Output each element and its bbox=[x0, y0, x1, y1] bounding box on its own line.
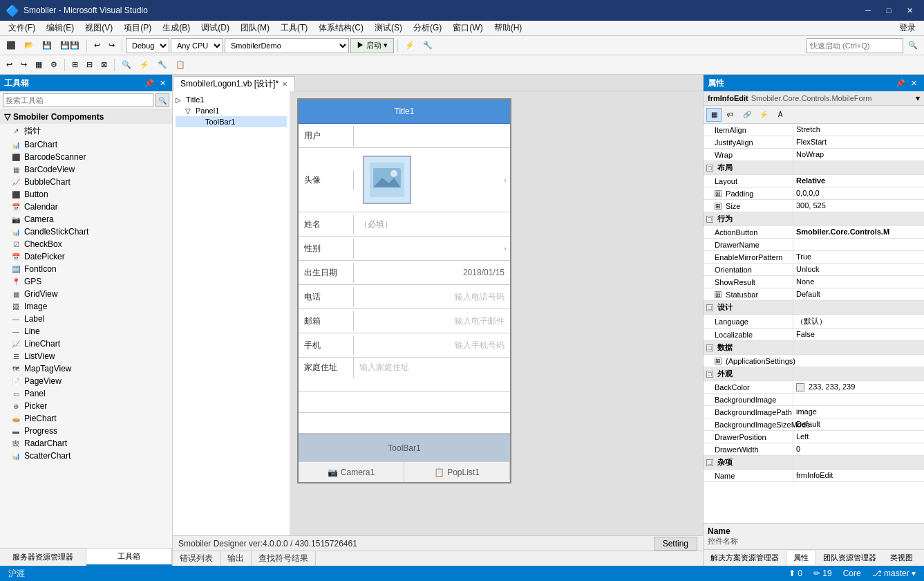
props-val-orientation[interactable]: Unlock bbox=[793, 264, 924, 275]
save-btn[interactable]: 💾 bbox=[39, 38, 55, 53]
props-close-btn[interactable]: ✕ bbox=[908, 79, 920, 88]
props-btn-categorized[interactable]: ▦ bbox=[706, 108, 722, 122]
props-val-justifyalign[interactable]: FlexStart bbox=[793, 136, 924, 148]
props-object-dropdown-btn[interactable]: ▾ bbox=[916, 93, 920, 103]
padding-expand[interactable]: ⊞ bbox=[715, 190, 722, 197]
editor-tab-close-btn[interactable]: ✕ bbox=[282, 80, 287, 88]
maximize-button[interactable]: □ bbox=[880, 3, 898, 17]
design-canvas[interactable]: Title1 用户 头像 bbox=[290, 91, 703, 535]
tb2-align1[interactable]: ⊞ bbox=[68, 57, 82, 73]
props-cat-misc[interactable]: □ 杂项 bbox=[704, 456, 924, 470]
toolbox-search-input[interactable] bbox=[3, 93, 153, 107]
tb2-btn3[interactable]: ▦ bbox=[32, 57, 46, 73]
toolbox-item-image[interactable]: 🖼 Image bbox=[0, 300, 172, 313]
quick-launch-input[interactable] bbox=[807, 38, 903, 53]
props-val-language[interactable]: （默认） bbox=[793, 315, 924, 328]
props-val-actionbutton[interactable]: Smobiler.Core.Controls.M bbox=[793, 226, 924, 238]
toolbox-item-calendar[interactable]: 📅 Calendar bbox=[0, 201, 172, 213]
props-cat-appearance[interactable]: □ 外观 bbox=[704, 367, 924, 381]
new-project-btn[interactable]: ⬛ bbox=[3, 38, 19, 53]
status-edits[interactable]: ✏ 19 bbox=[811, 569, 835, 578]
tb2-more2[interactable]: ⚡ bbox=[136, 57, 153, 73]
props-val-backcolor[interactable]: 233, 233, 239 bbox=[793, 381, 924, 393]
minimize-button[interactable]: ─ bbox=[859, 3, 877, 17]
toolbox-item-label[interactable]: — Label bbox=[0, 313, 172, 325]
props-btn-events[interactable]: ⚡ bbox=[756, 108, 771, 122]
toolbox-item-gridview[interactable]: ▦ GridView bbox=[0, 288, 172, 300]
cat-misc-expand[interactable]: □ bbox=[706, 459, 713, 466]
toolbox-item-barchart[interactable]: 📊 BarChart bbox=[0, 138, 172, 151]
menu-analyze[interactable]: 分析(G) bbox=[408, 21, 447, 35]
props-val-localizable[interactable]: False bbox=[793, 329, 924, 340]
toolbox-item-checkbox[interactable]: ☑ CheckBox bbox=[0, 238, 172, 250]
props-val-size[interactable]: 300, 525 bbox=[793, 200, 924, 212]
tb2-align2[interactable]: ⊟ bbox=[83, 57, 96, 73]
props-val-drawerpos[interactable]: Left bbox=[793, 431, 924, 443]
toolbox-search-button[interactable]: 🔍 bbox=[155, 93, 169, 107]
toolbox-section-smobiler[interactable]: ▽ Smobiler Compoments bbox=[0, 110, 172, 124]
toolbox-item-radarchart[interactable]: 🕸 RadarChart bbox=[0, 437, 172, 450]
props-cat-design[interactable]: □ 设计 bbox=[704, 301, 924, 315]
project-dropdown[interactable]: SmobilerDemo bbox=[225, 38, 349, 53]
tb2-more1[interactable]: 🔍 bbox=[118, 57, 135, 73]
toolbox-item-barcodeview[interactable]: ▦ BarCodeView bbox=[0, 163, 172, 176]
expand-icon[interactable]: ▷ bbox=[176, 96, 184, 104]
toolbox-item-datepicker[interactable]: 📅 DatePicker bbox=[0, 250, 172, 263]
props-val-itemalign[interactable]: Stretch bbox=[793, 124, 924, 136]
props-val-appsettings[interactable] bbox=[793, 355, 924, 367]
undo-btn[interactable]: ↩ bbox=[91, 38, 104, 53]
toolbox-item-listview[interactable]: ☰ ListView bbox=[0, 350, 172, 362]
tab-findsymbols[interactable]: 查找符号结果 bbox=[252, 551, 316, 566]
tab-errors[interactable]: 错误列表 bbox=[173, 551, 220, 566]
platform-dropdown[interactable]: Any CPU bbox=[171, 38, 223, 53]
toolbox-item-picker[interactable]: ⊕ Picker bbox=[0, 400, 172, 412]
toolbox-item-pageview[interactable]: 📄 PageView bbox=[0, 375, 172, 387]
menu-file[interactable]: 文件(F) bbox=[3, 21, 41, 35]
toolbar-more-btn[interactable]: ⚡ bbox=[402, 38, 418, 53]
props-val-drawerwidth[interactable]: 0 bbox=[793, 443, 924, 455]
cat-design-expand[interactable]: □ bbox=[706, 304, 713, 311]
props-val-bgimagesize[interactable]: Default bbox=[793, 418, 924, 430]
props-val-showresult[interactable]: None bbox=[793, 276, 924, 288]
tb2-btn2[interactable]: ↪ bbox=[17, 57, 30, 73]
phone-tab-camera[interactable]: 📷 Camera1 bbox=[299, 462, 404, 482]
toolbox-item-gps[interactable]: 📍 GPS bbox=[0, 275, 172, 288]
props-btn-alphabetical[interactable]: 🏷 bbox=[723, 108, 738, 122]
props-cat-behavior[interactable]: □ 行为 bbox=[704, 212, 924, 226]
toolbox-item-line[interactable]: — Line bbox=[0, 325, 172, 338]
toolbox-item-linechart[interactable]: 📈 LineChart bbox=[0, 338, 172, 350]
cat-appearance-expand[interactable]: □ bbox=[706, 371, 713, 378]
toolbox-item-panel[interactable]: ▭ Panel bbox=[0, 387, 172, 400]
start-button[interactable]: ▶ 启动 ▾ bbox=[350, 38, 394, 53]
backcolor-swatch[interactable] bbox=[796, 383, 804, 391]
menu-login[interactable]: 登录 bbox=[894, 21, 921, 35]
props-val-drawername[interactable] bbox=[793, 239, 924, 250]
open-btn[interactable]: 📂 bbox=[21, 38, 37, 53]
tab-properties[interactable]: 属性 bbox=[786, 551, 816, 564]
props-val-bgimage[interactable] bbox=[793, 394, 924, 405]
props-val-statusbar[interactable]: Default bbox=[793, 288, 924, 300]
props-pin-btn[interactable]: 📌 bbox=[893, 79, 908, 88]
toolbox-item-progress[interactable]: ▬ Progress bbox=[0, 425, 172, 437]
phone-tab-poplist[interactable]: 📋 PopList1 bbox=[404, 462, 510, 482]
status-branch[interactable]: ⎇ master ▾ bbox=[869, 569, 918, 578]
tb2-btn1[interactable]: ↩ bbox=[3, 57, 16, 73]
statusbar-expand[interactable]: ⊞ bbox=[715, 291, 722, 298]
props-btn-properties[interactable]: 🔗 bbox=[739, 108, 755, 122]
tab-class-view[interactable]: 类视图 bbox=[883, 551, 920, 564]
tb2-more4[interactable]: 📋 bbox=[172, 57, 189, 73]
props-cat-layout[interactable]: □ 布局 bbox=[704, 161, 924, 175]
tree-item-title1[interactable]: ▷ Title1 bbox=[176, 94, 287, 105]
menu-edit[interactable]: 编辑(E) bbox=[41, 21, 79, 35]
redo-btn[interactable]: ↪ bbox=[105, 38, 118, 53]
toolbox-item-maptagview[interactable]: 🗺 MapTagView bbox=[0, 362, 172, 375]
designer-setting-button[interactable]: Setting bbox=[654, 537, 697, 551]
tree-item-toolbar1[interactable]: ToolBar1 bbox=[176, 116, 287, 127]
toolbox-item-fonticon[interactable]: 🔤 FontIcon bbox=[0, 263, 172, 275]
menu-window[interactable]: 窗口(W) bbox=[447, 21, 488, 35]
toolbox-item-scatterchart[interactable]: 📊 ScatterChart bbox=[0, 450, 172, 462]
debug-mode-dropdown[interactable]: Debug bbox=[126, 38, 169, 53]
toolbox-item-piechart[interactable]: 🥧 PieChart bbox=[0, 412, 172, 425]
props-val-enablemirror[interactable]: True bbox=[793, 251, 924, 263]
toolbox-tab-toolbox[interactable]: 工具箱 bbox=[86, 548, 173, 566]
